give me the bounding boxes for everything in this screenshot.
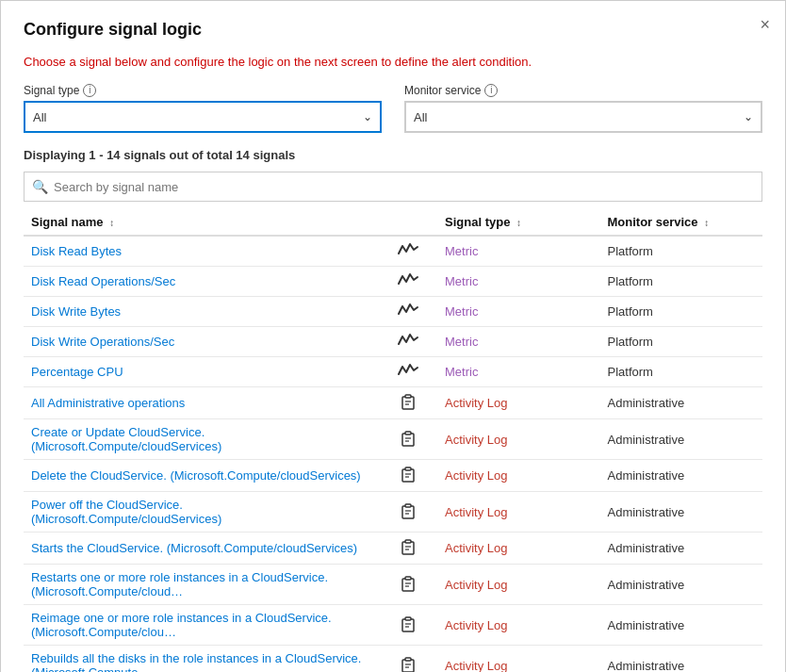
displaying-count: Displaying 1 - 14 signals out of total 1… (24, 148, 762, 162)
activity-log-icon (378, 387, 437, 419)
signals-table: Signal name ↕ Signal type ↕ Monitor serv… (24, 209, 762, 672)
table-row[interactable]: Disk Read Operations/Sec MetricPlatform (24, 267, 762, 297)
monitor-service-cell: Platform (600, 357, 763, 387)
signal-type-cell: Activity Log (437, 533, 599, 565)
table-row[interactable]: Percentage CPU MetricPlatform (24, 357, 762, 387)
signal-type-info-icon[interactable]: i (83, 84, 96, 97)
signal-name-link[interactable]: Disk Write Operations/Sec (31, 335, 174, 349)
signal-type-select[interactable]: All Metric Activity Log (25, 103, 380, 131)
svg-rect-28 (402, 660, 414, 672)
table-row[interactable]: Restarts one or more role instances in a… (24, 565, 762, 605)
monitor-service-cell: Administrative (600, 565, 763, 605)
signal-name-link[interactable]: Restarts one or more role instances in a… (31, 570, 328, 598)
monitor-service-label: Monitor service i (404, 84, 762, 97)
signal-type-sort-icon[interactable]: ↕ (516, 218, 521, 228)
table-row[interactable]: Power off the CloudService. (Microsoft.C… (24, 492, 762, 533)
signal-type-cell: Activity Log (437, 492, 599, 533)
monitor-service-cell: Administrative (600, 533, 763, 565)
activity-log-clipboard-icon (400, 430, 417, 447)
activity-log-icon (378, 565, 437, 605)
svg-rect-12 (402, 506, 414, 518)
col-header-monitor-service: Monitor service ↕ (600, 209, 763, 236)
signal-type-cell: Metric (437, 357, 599, 387)
svg-rect-13 (405, 504, 411, 507)
activity-log-clipboard-icon (400, 466, 417, 483)
activity-log-icon (378, 460, 437, 492)
table-row[interactable]: All Administrative operations Activity L… (24, 387, 762, 419)
signal-type-cell: Metric (437, 297, 599, 327)
svg-rect-4 (402, 434, 414, 446)
svg-rect-8 (402, 469, 414, 482)
signal-name-link[interactable]: Reimage one or more role instances in a … (31, 611, 332, 639)
activity-log-clipboard-icon (400, 656, 417, 673)
col-header-signal-type: Signal type ↕ (437, 209, 599, 236)
signal-name-link[interactable]: Starts the CloudService. (Microsoft.Comp… (31, 541, 357, 555)
monitor-service-select[interactable]: All Platform Administrative (406, 103, 761, 131)
svg-rect-25 (405, 617, 411, 620)
svg-rect-5 (405, 432, 411, 434)
signal-type-cell: Metric (437, 236, 599, 267)
svg-rect-20 (402, 579, 414, 591)
monitor-service-cell: Platform (600, 267, 763, 297)
svg-rect-9 (405, 467, 411, 470)
signal-name-sort-icon[interactable]: ↕ (109, 218, 114, 228)
dialog-description: Choose a signal below and configure the … (24, 55, 762, 69)
monitor-service-sort-icon[interactable]: ↕ (704, 218, 709, 228)
signal-name-link[interactable]: Percentage CPU (31, 365, 123, 379)
svg-rect-21 (405, 577, 411, 580)
signal-type-cell: Activity Log (437, 387, 599, 419)
activity-log-clipboard-icon (400, 538, 417, 555)
monitor-service-cell: Platform (600, 236, 763, 267)
signal-type-label: Signal type i (24, 84, 382, 97)
col-header-signal-name: Signal name ↕ (24, 209, 378, 236)
svg-rect-29 (405, 658, 411, 661)
monitor-service-info-icon[interactable]: i (484, 84, 498, 97)
signal-name-link[interactable]: Disk Read Bytes (31, 244, 122, 258)
metric-icon (378, 236, 437, 267)
signal-type-cell: Metric (437, 327, 599, 357)
configure-signal-logic-dialog: Configure signal logic × Choose a signal… (0, 0, 786, 672)
dialog-title: Configure signal logic (24, 20, 762, 40)
table-row[interactable]: Delete the CloudService. (Microsoft.Comp… (24, 460, 762, 492)
monitor-service-cell: Administrative (600, 605, 763, 646)
signal-name-link[interactable]: Disk Read Operations/Sec (31, 274, 175, 288)
signal-type-select-wrapper: All Metric Activity Log ⌄ (24, 101, 382, 133)
signal-type-cell: Metric (437, 267, 599, 297)
metric-wave-icon (398, 363, 418, 378)
table-row[interactable]: Rebuilds all the disks in the role insta… (24, 646, 762, 673)
signal-name-link[interactable]: All Administrative operations (31, 396, 185, 410)
activity-log-clipboard-icon (400, 502, 417, 519)
signal-name-link[interactable]: Disk Write Bytes (31, 304, 121, 319)
signal-name-link[interactable]: Create or Update CloudService. (Microsof… (31, 425, 221, 453)
activity-log-icon (378, 492, 437, 533)
signal-name-link[interactable]: Power off the CloudService. (Microsoft.C… (31, 498, 221, 526)
svg-rect-1 (405, 395, 411, 398)
activity-log-icon (378, 533, 437, 565)
table-row[interactable]: Disk Write Operations/Sec MetricPlatform (24, 327, 762, 357)
search-input[interactable] (54, 180, 754, 194)
metric-wave-icon (398, 333, 418, 348)
col-header-icon (378, 209, 437, 236)
filter-row: Signal type i All Metric Activity Log ⌄ … (24, 84, 762, 133)
signal-type-cell: Activity Log (437, 565, 599, 605)
table-row[interactable]: Disk Write Bytes MetricPlatform (24, 297, 762, 327)
activity-log-clipboard-icon (400, 393, 417, 410)
signal-type-cell: Activity Log (437, 460, 599, 492)
signal-type-cell: Activity Log (437, 605, 599, 646)
monitor-service-cell: Platform (600, 297, 763, 327)
table-row[interactable]: Create or Update CloudService. (Microsof… (24, 419, 762, 460)
signal-name-link[interactable]: Delete the CloudService. (Microsoft.Comp… (31, 468, 361, 483)
metric-wave-icon (398, 242, 418, 257)
table-row[interactable]: Reimage one or more role instances in a … (24, 605, 762, 646)
monitor-service-cell: Administrative (600, 646, 763, 673)
monitor-service-select-wrapper: All Platform Administrative ⌄ (404, 101, 762, 133)
svg-rect-16 (402, 542, 414, 554)
signal-name-link[interactable]: Rebuilds all the disks in the role insta… (31, 651, 361, 672)
table-row[interactable]: Starts the CloudService. (Microsoft.Comp… (24, 533, 762, 565)
metric-wave-icon (398, 272, 418, 287)
metric-icon (378, 297, 437, 327)
search-box: 🔍 (24, 172, 762, 202)
table-row[interactable]: Disk Read Bytes MetricPlatform (24, 236, 762, 267)
activity-log-icon (378, 419, 437, 460)
close-button[interactable]: × (760, 16, 770, 33)
